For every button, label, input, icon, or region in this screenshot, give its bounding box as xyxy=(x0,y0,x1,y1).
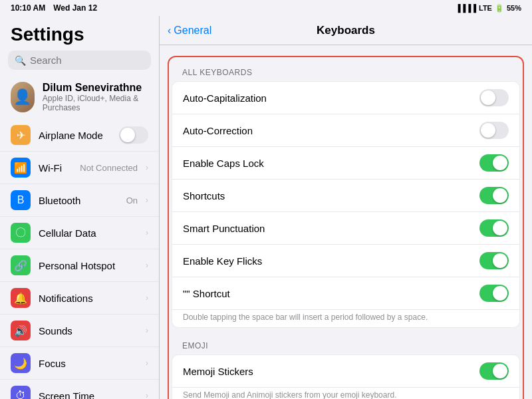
sidebar-items: ✈Airplane Mode📶Wi-FiNot Connected›BBluet… xyxy=(0,119,159,399)
sidebar-item-airplane-mode[interactable]: ✈Airplane Mode xyxy=(0,119,159,152)
status-time-date: 10:10 AM Wed Jan 12 xyxy=(11,3,97,13)
sidebar-item-label-sounds: Sounds xyxy=(39,325,138,336)
sidebar-item-sounds[interactable]: 🔊Sounds› xyxy=(0,315,159,347)
settings-group-emoji: Memoji StickersSend Memoji and Animoji s… xyxy=(172,354,520,399)
sidebar-item-hotspot[interactable]: 🔗Personal Hotspot› xyxy=(0,249,159,282)
chevron-icon-bluetooth: › xyxy=(146,196,148,205)
content-area: ALL KEYBOARDSAuto-CapitalizationAuto-Cor… xyxy=(160,45,532,399)
toggle-smart-punctuation[interactable] xyxy=(479,219,509,237)
status-indicators: ▐▐▐▐ LTE 🔋 55% xyxy=(456,4,521,13)
nav-bar: ‹ General Keyboards xyxy=(160,16,532,45)
chevron-icon-focus: › xyxy=(146,358,148,368)
airplane-mode-icon: ✈ xyxy=(11,125,31,145)
sidebar-item-label-notifications: Notifications xyxy=(39,293,138,304)
sidebar-item-label-screen-time: Screen Time xyxy=(39,390,138,400)
toggle-caps-lock[interactable] xyxy=(479,154,509,172)
settings-row-key-flicks[interactable]: Enable Key Flicks xyxy=(172,245,519,277)
sidebar-item-label-cellular: Cellular Data xyxy=(39,227,138,239)
chevron-left-icon: ‹ xyxy=(168,25,171,37)
row-label-auto-cap: Auto-Capitalization xyxy=(183,92,474,104)
row-label-auto-correct: Auto-Correction xyxy=(183,125,474,136)
hotspot-icon: 🔗 xyxy=(11,255,31,275)
sidebar-item-label-airplane-mode: Airplane Mode xyxy=(39,130,111,141)
bluetooth-icon: B xyxy=(11,190,31,210)
sidebar-title: Settings xyxy=(0,16,159,51)
search-icon: 🔍 xyxy=(15,55,26,66)
battery-level: 55% xyxy=(507,4,521,12)
settings-row-shortcut-star[interactable]: "" Shortcut xyxy=(172,277,519,310)
search-bar[interactable]: 🔍 🎙 xyxy=(8,51,151,70)
sidebar-item-screen-time[interactable]: ⏱Screen Time› xyxy=(0,380,159,399)
row-label-shortcut-star: "" Shortcut xyxy=(183,288,474,299)
chevron-icon-notifications: › xyxy=(146,293,148,303)
sidebar-item-label-bluetooth: Bluetooth xyxy=(39,195,118,206)
nav-back-button[interactable]: ‹ General xyxy=(168,25,211,37)
battery-icon: 🔋 xyxy=(495,4,504,13)
row-label-smart-punctuation: Smart Punctuation xyxy=(183,223,474,234)
toggle-memoji[interactable] xyxy=(479,362,509,380)
avatar: 👤 xyxy=(11,82,35,112)
toggle-shortcuts[interactable] xyxy=(479,187,509,204)
settings-row-caps-lock[interactable]: Enable Caps Lock xyxy=(172,147,519,180)
notifications-icon: 🔔 xyxy=(11,288,31,308)
sidebar-item-label-focus: Focus xyxy=(39,358,138,369)
wifi-icon: 📶 xyxy=(11,158,31,178)
settings-group-all-keyboards: Auto-CapitalizationAuto-CorrectionEnable… xyxy=(172,81,520,328)
user-info: Dilum Senevirathne Apple ID, iCloud+, Me… xyxy=(43,82,148,112)
keyboard-settings-outline: ALL KEYBOARDSAuto-CapitalizationAuto-Cor… xyxy=(168,56,524,399)
row-label-memoji: Memoji Stickers xyxy=(183,366,474,377)
status-date: Wed Jan 12 xyxy=(53,3,97,13)
sidebar-item-label-hotspot: Personal Hotspot xyxy=(39,260,138,271)
section-label-emoji: EMOJI xyxy=(172,333,520,354)
chevron-icon-hotspot: › xyxy=(146,261,148,270)
network-type: LTE xyxy=(479,4,492,12)
toggle-auto-cap[interactable] xyxy=(479,89,509,106)
sidebar-item-wifi[interactable]: 📶Wi-FiNot Connected› xyxy=(0,152,159,184)
user-profile[interactable]: 👤 Dilum Senevirathne Apple ID, iCloud+, … xyxy=(0,75,159,119)
sidebar-item-notifications[interactable]: 🔔Notifications› xyxy=(0,282,159,315)
screen-time-icon: ⏱ xyxy=(11,386,31,399)
toggle-airplane-mode[interactable] xyxy=(119,126,148,144)
item-value-bluetooth: On xyxy=(126,196,138,205)
chevron-icon-screen-time: › xyxy=(146,391,148,399)
sidebar-item-focus[interactable]: 🌙Focus› xyxy=(0,347,159,380)
sidebar-item-cellular[interactable]: 〇Cellular Data› xyxy=(0,217,159,249)
helper-text-memoji: Send Memoji and Animoji stickers from yo… xyxy=(172,388,519,399)
sidebar: Settings 🔍 🎙 👤 Dilum Senevirathne Apple … xyxy=(0,16,160,399)
user-name: Dilum Senevirathne xyxy=(43,82,148,94)
toggle-shortcut-star[interactable] xyxy=(479,285,509,302)
user-subtitle: Apple ID, iCloud+, Media & Purchases xyxy=(43,94,148,112)
right-panel: ‹ General Keyboards ALL KEYBOARDSAuto-Ca… xyxy=(160,16,532,399)
cellular-icon: 〇 xyxy=(11,223,31,243)
chevron-icon-sounds: › xyxy=(146,326,148,335)
sidebar-item-bluetooth[interactable]: BBluetoothOn› xyxy=(0,184,159,217)
row-label-caps-lock: Enable Caps Lock xyxy=(183,158,474,169)
nav-title: Keyboards xyxy=(317,24,375,37)
chevron-icon-wifi: › xyxy=(146,163,148,172)
settings-row-memoji[interactable]: Memoji Stickers xyxy=(172,355,519,388)
search-input[interactable] xyxy=(30,55,156,66)
chevron-icon-cellular: › xyxy=(146,228,148,237)
settings-row-smart-punctuation[interactable]: Smart Punctuation xyxy=(172,212,519,245)
toggle-auto-correct[interactable] xyxy=(479,122,509,139)
helper-text-shortcut-star: Double tapping the space bar will insert… xyxy=(172,310,519,327)
sounds-icon: 🔊 xyxy=(11,321,31,340)
item-value-wifi: Not Connected xyxy=(80,163,138,173)
focus-icon: 🌙 xyxy=(11,353,31,373)
app-container: Settings 🔍 🎙 👤 Dilum Senevirathne Apple … xyxy=(0,16,532,399)
toggle-key-flicks[interactable] xyxy=(479,252,509,269)
status-bar: 10:10 AM Wed Jan 12 ▐▐▐▐ LTE 🔋 55% xyxy=(0,0,532,16)
section-label-all-keyboards: ALL KEYBOARDS xyxy=(172,60,520,81)
settings-row-auto-correct[interactable]: Auto-Correction xyxy=(172,114,519,147)
nav-back-label: General xyxy=(174,25,211,37)
row-label-shortcuts: Shortcuts xyxy=(183,190,474,201)
signal-icon: ▐▐▐▐ xyxy=(456,4,476,12)
settings-row-auto-cap[interactable]: Auto-Capitalization xyxy=(172,82,519,114)
sidebar-item-label-wifi: Wi-Fi xyxy=(39,162,72,174)
status-time: 10:10 AM xyxy=(11,3,45,13)
row-label-key-flicks: Enable Key Flicks xyxy=(183,255,474,267)
settings-row-shortcuts[interactable]: Shortcuts xyxy=(172,180,519,212)
